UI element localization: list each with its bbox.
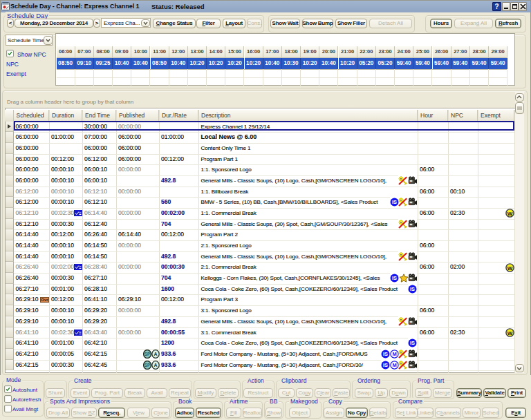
- svg-text:SP: SP: [145, 352, 151, 356]
- svg-text:M: M: [392, 362, 396, 368]
- svg-text:W: W: [507, 211, 513, 217]
- svg-text:IS: IS: [392, 275, 397, 281]
- svg-text:IS: IS: [410, 340, 415, 346]
- svg-text:IS: IS: [410, 286, 415, 292]
- svg-text:W: W: [507, 265, 513, 271]
- svg-text:A: A: [153, 363, 157, 368]
- svg-text:IS: IS: [383, 362, 388, 368]
- svg-text:IS: IS: [383, 351, 388, 357]
- svg-text:SP: SP: [145, 363, 151, 368]
- svg-text:M: M: [392, 351, 396, 357]
- svg-text:IS: IS: [391, 200, 396, 206]
- svg-text:W: W: [507, 330, 513, 336]
- svg-text:A: A: [153, 352, 157, 356]
